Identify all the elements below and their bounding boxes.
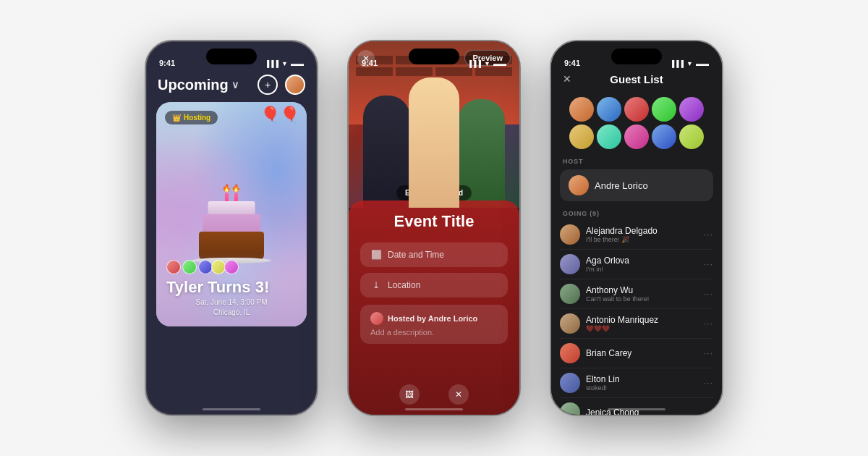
- guest-info-alejandra: Alejandra Delgado I'll be there! 🎉: [586, 226, 698, 243]
- overview-avatar-6: [569, 124, 594, 149]
- upcoming-title: Upcoming: [158, 77, 229, 93]
- location-label: Location: [388, 280, 420, 290]
- overview-avatar-1: [569, 97, 594, 122]
- event-title-input[interactable]: Event Title: [394, 212, 475, 231]
- status-icons-2: ▐▐▐ ▼ ▬▬: [467, 60, 506, 67]
- guest-avatar-alejandra: [560, 224, 580, 245]
- balloon-decorations: 🎈🎈: [260, 106, 299, 124]
- guest-status-antonio: ❤️❤️❤️: [586, 325, 698, 332]
- guest-list-title: Guest List: [610, 73, 663, 85]
- guest-name-aga: Aga Orlova: [586, 256, 698, 266]
- host-section-label: HOST: [551, 155, 722, 168]
- guest-row-elton[interactable]: Elton Lin stoked! ···: [560, 368, 713, 398]
- guest-name-elton: Elton Lin: [586, 374, 698, 384]
- guest-status-alejandra: I'll be there! 🎉: [586, 236, 698, 243]
- guest-avatar-aga: [560, 254, 580, 274]
- event-location: Chicago, IL: [166, 308, 297, 316]
- overview-avatar-9: [652, 124, 676, 149]
- event-date: Sat, June 14, 3:00 PM: [166, 298, 297, 306]
- more-options-brian[interactable]: ···: [704, 348, 713, 358]
- status-time-1: 9:41: [159, 59, 175, 67]
- phone-3-guest-list: 9:41 ▐▐▐ ▼ ▬▬ ✕ Guest List: [550, 40, 723, 416]
- guest-list-scroll[interactable]: Alejandra Delgado I'll be there! 🎉 ··· A…: [551, 220, 722, 415]
- guest-name-antonio: Antonio Manriquez: [586, 315, 698, 325]
- date-time-label: Date and Time: [388, 250, 444, 260]
- phone3-close-button[interactable]: ✕: [563, 73, 571, 85]
- status-icons-1: ▐▐▐ ▼ ▬▬: [265, 60, 304, 67]
- attendee-avatar-3: [198, 260, 213, 274]
- overview-avatar-5: [679, 97, 704, 122]
- overview-avatar-10: [679, 124, 704, 149]
- person-center: [409, 77, 459, 208]
- more-options-alejandra[interactable]: ···: [704, 229, 713, 240]
- guest-status-anthony: Can't wait to be there!: [586, 295, 698, 303]
- dynamic-island-1: [206, 48, 257, 64]
- phone1-title-group: Upcoming ∨: [158, 77, 239, 93]
- guest-avatars-overview: [551, 91, 722, 155]
- host-info: Hosted by Andre Lorico: [370, 312, 498, 325]
- dismiss-icon[interactable]: ✕: [448, 384, 469, 405]
- guest-row-anthony[interactable]: Anthony Wu Can't wait to be there! ···: [560, 279, 713, 309]
- dynamic-island-3: [611, 48, 662, 64]
- dynamic-island-2: [409, 48, 459, 64]
- guest-list-content: ✕ Guest List HOST Andre Lorico: [551, 41, 722, 415]
- event-title: Tyler Turns 3!: [166, 279, 297, 296]
- more-options-aga[interactable]: ···: [704, 259, 713, 269]
- guest-row-brian[interactable]: Brian Carey ···: [560, 339, 713, 368]
- overview-avatar-3: [624, 97, 649, 122]
- more-options-anthony[interactable]: ···: [704, 289, 713, 299]
- guest-name-brian: Brian Carey: [586, 348, 698, 358]
- host-avatar: [569, 175, 589, 195]
- guest-row-jenica[interactable]: Jenica Chong ···: [560, 398, 713, 415]
- guest-info-antonio: Antonio Manriquez ❤️❤️❤️: [586, 315, 698, 332]
- date-time-field[interactable]: ⬜ Date and Time: [360, 242, 508, 267]
- guest-avatar-anthony: [560, 284, 580, 304]
- overview-avatar-4: [652, 97, 676, 122]
- host-name: Andre Lorico: [595, 180, 648, 191]
- host-row: Andre Lorico: [560, 169, 713, 201]
- location-field[interactable]: ⤓ Location: [360, 273, 508, 297]
- guest-row-aga[interactable]: Aga Orlova I'm in! ···: [560, 250, 713, 279]
- host-avatar-small: [370, 312, 383, 325]
- user-avatar[interactable]: [285, 75, 305, 95]
- event-card-tyler[interactable]: 🎈🎈 👑 Hosting: [156, 102, 307, 326]
- guest-row-alejandra[interactable]: Alejandra Delgado I'll be there! 🎉 ···: [560, 220, 713, 250]
- location-icon: ⤓: [370, 280, 382, 290]
- overview-avatar-2: [597, 97, 621, 122]
- guest-avatar-elton: [560, 373, 580, 393]
- going-section-label: GOING (9): [551, 207, 722, 220]
- chevron-down-icon: ∨: [231, 79, 239, 90]
- status-icons-3: ▐▐▐ ▼ ▬▬: [670, 60, 709, 67]
- crown-icon: 👑: [172, 114, 181, 122]
- overview-avatar-8: [624, 124, 649, 149]
- event-attendee-avatars: [166, 260, 297, 274]
- home-indicator-2: [405, 408, 463, 410]
- phone-2-event-edit: 9:41 ▐▐▐ ▼ ▬▬: [347, 40, 521, 416]
- attendee-avatar-1: [166, 260, 181, 274]
- photo-icon[interactable]: 🖼: [399, 384, 420, 405]
- more-options-antonio[interactable]: ···: [704, 318, 713, 329]
- guest-status-aga: I'm in!: [586, 266, 698, 273]
- description-placeholder: Add a description.: [370, 328, 498, 337]
- home-indicator-1: [203, 408, 260, 410]
- guest-status-elton: stoked!: [586, 384, 698, 392]
- guest-info-aga: Aga Orlova I'm in!: [586, 256, 698, 273]
- guest-avatar-brian: [560, 343, 580, 363]
- guest-info-elton: Elton Lin stoked!: [586, 374, 698, 392]
- overview-avatar-7: [597, 124, 621, 149]
- attendee-avatar-4: [211, 260, 226, 274]
- hosting-badge: 👑 Hosting: [165, 111, 218, 124]
- add-event-button[interactable]: +: [258, 75, 278, 95]
- phone2-bottom-bar: 🖼 ✕: [349, 380, 519, 409]
- guest-row-antonio[interactable]: Antonio Manriquez ❤️❤️❤️ ···: [560, 309, 713, 339]
- calendar-icon: ⬜: [370, 250, 382, 260]
- guest-avatar-jenica: [560, 402, 580, 415]
- description-field[interactable]: Hosted by Andre Lorico Add a description…: [360, 305, 508, 344]
- guest-avatar-antonio: [560, 313, 580, 334]
- guest-name-alejandra: Alejandra Delgado: [586, 226, 698, 236]
- hosted-by-text: Hosted by Andre Lorico: [388, 314, 477, 323]
- more-options-elton[interactable]: ···: [704, 378, 713, 388]
- guest-name-anthony: Anthony Wu: [586, 285, 698, 295]
- more-options-jenica[interactable]: ···: [704, 408, 713, 415]
- event-card-info: Tyler Turns 3! Sat, June 14, 3:00 PM Chi…: [156, 253, 307, 326]
